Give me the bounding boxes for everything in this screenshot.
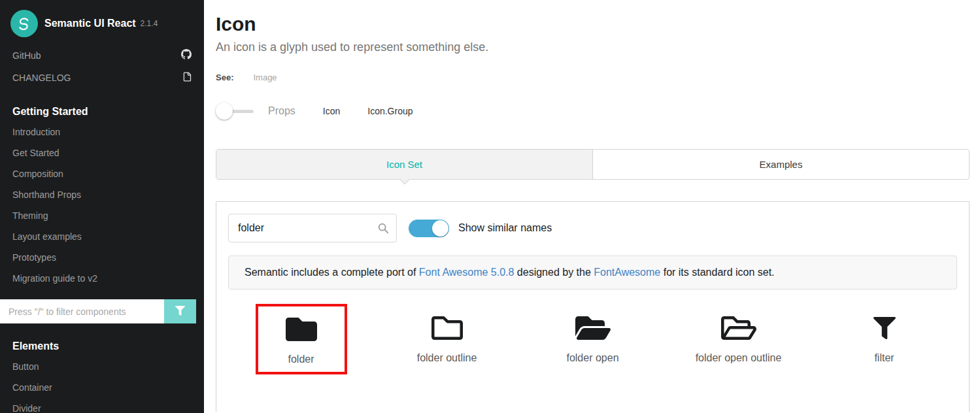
github-link-label: GitHub	[12, 50, 41, 61]
icon-set-panel: Show similar names Semantic includes a c…	[216, 201, 970, 412]
message-text: Semantic includes a complete port of	[245, 267, 419, 278]
icon-card-folder-outline[interactable]: folder outline	[400, 304, 494, 372]
sidebar-link-github[interactable]: GitHub	[0, 44, 204, 67]
icon-label: filter	[874, 352, 894, 364]
changelog-link-label: CHANGELOG	[12, 73, 71, 83]
icon-grid: folder folder outline folder open	[228, 304, 957, 374]
sidebar-item-divider[interactable]: Divider	[0, 398, 204, 413]
props-item-icon[interactable]: Icon	[323, 106, 340, 116]
brand[interactable]: Semantic UI React 2.1.4	[0, 0, 204, 44]
toggle-knob	[432, 220, 448, 237]
message-text: for its standard icon set.	[660, 267, 774, 278]
props-item-icon-group[interactable]: Icon.Group	[367, 106, 413, 116]
sidebar-item-migration-guide[interactable]: Migration guide to v2	[0, 268, 204, 289]
icon-search-controls: Show similar names	[228, 214, 957, 242]
icon-cell: folder open	[520, 304, 666, 374]
icon-card-filter[interactable]: filter	[856, 304, 913, 372]
page-title: Icon	[216, 13, 970, 35]
filter-icon	[873, 314, 896, 342]
props-toggle-slider[interactable]	[216, 103, 255, 120]
semantic-logo-icon	[10, 10, 38, 37]
sidebar-item-get-started[interactable]: Get Started	[0, 142, 204, 163]
icon-cell: folder open outline	[666, 304, 811, 374]
icon-search	[228, 214, 397, 242]
brand-version: 2.1.4	[141, 19, 158, 28]
folder-open-outline-icon	[721, 314, 756, 342]
folder-open-icon	[575, 314, 611, 342]
see-also-row: See: Image	[216, 73, 970, 82]
github-icon	[181, 49, 192, 61]
icon-label: folder outline	[417, 352, 477, 364]
font-awesome-version-link[interactable]: Font Awesome 5.0.8	[419, 267, 515, 278]
tab-examples[interactable]: Examples	[592, 150, 969, 179]
component-filter-button[interactable]	[164, 299, 196, 323]
tab-menu: Icon Set Examples	[216, 149, 970, 180]
icon-cell: folder	[228, 304, 374, 374]
folder-outline-icon	[431, 314, 463, 342]
props-label: Props	[268, 105, 296, 117]
icon-cell: filter	[811, 304, 957, 374]
see-label: See:	[216, 73, 233, 82]
icon-card-folder[interactable]: folder	[256, 304, 347, 374]
icon-cell: folder outline	[374, 304, 520, 374]
message-text: designed by the	[514, 267, 594, 278]
font-awesome-message: Semantic includes a complete port of Fon…	[228, 256, 957, 289]
folder-icon	[286, 316, 317, 343]
search-icon	[377, 222, 389, 237]
icon-card-folder-open-outline[interactable]: folder open outline	[679, 304, 799, 372]
props-row: Props Icon Icon.Group	[216, 102, 970, 120]
component-filter	[0, 299, 196, 323]
sidebar-item-theming[interactable]: Theming	[0, 205, 204, 226]
sidebar-item-container[interactable]: Container	[0, 377, 204, 398]
component-filter-input[interactable]	[0, 299, 164, 323]
icon-label: folder	[288, 354, 314, 365]
main-content: Icon An icon is a glyph used to represen…	[204, 0, 980, 413]
icon-card-folder-open[interactable]: folder open	[549, 304, 635, 372]
sidebar-item-composition[interactable]: Composition	[0, 163, 204, 184]
sidebar: Semantic UI React 2.1.4 GitHub CHANGELOG…	[0, 0, 204, 413]
icon-label: folder open outline	[696, 352, 782, 364]
sidebar-heading-getting-started: Getting Started	[0, 99, 204, 122]
icon-search-input[interactable]	[228, 214, 397, 242]
page-subtitle: An icon is a glyph used to represent som…	[216, 41, 970, 54]
slider-knob	[216, 103, 233, 120]
see-link-image[interactable]: Image	[253, 73, 277, 82]
show-similar-names-toggle[interactable]	[409, 220, 449, 237]
file-icon	[182, 72, 192, 84]
tab-icon-set[interactable]: Icon Set	[216, 150, 592, 179]
icon-label: folder open	[566, 352, 618, 364]
sidebar-item-button[interactable]: Button	[0, 356, 204, 377]
sidebar-heading-elements: Elements	[0, 334, 204, 356]
sidebar-item-prototypes[interactable]: Prototypes	[0, 247, 204, 268]
show-similar-names-label: Show similar names	[458, 222, 552, 234]
font-awesome-link[interactable]: FontAwesome	[594, 267, 660, 278]
filter-icon	[175, 306, 185, 318]
sidebar-item-shorthand-props[interactable]: Shorthand Props	[0, 184, 204, 205]
brand-name: Semantic UI React	[44, 18, 136, 29]
sidebar-link-changelog[interactable]: CHANGELOG	[0, 67, 204, 89]
sidebar-item-layout-examples[interactable]: Layout examples	[0, 226, 204, 247]
sidebar-item-introduction[interactable]: Introduction	[0, 122, 204, 142]
